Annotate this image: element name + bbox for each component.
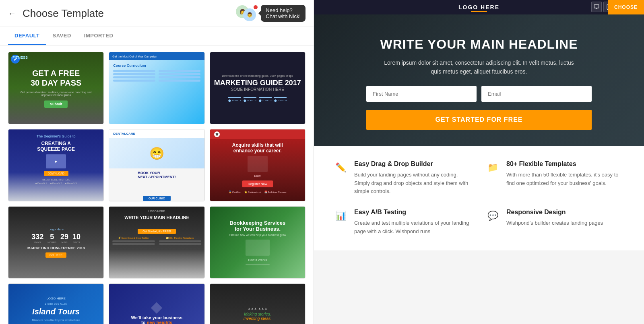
tmpl2-line xyxy=(159,70,200,72)
hero-cta-button[interactable]: GET STARTED FOR FREE xyxy=(366,110,592,130)
responsive-title: Responsive Design xyxy=(506,209,603,216)
preview-features: ✏️ Easy Drag & Drop Builder Build your l… xyxy=(314,146,644,250)
tmpl7-lbl4: SECS xyxy=(72,241,80,244)
tmpl7-lbl2: HOURS xyxy=(47,241,56,244)
tmpl7-cnt3: 29 MINS xyxy=(60,233,68,244)
hero-first-name-input[interactable] xyxy=(366,86,477,102)
svg-rect-0 xyxy=(594,5,599,8)
template-card-9[interactable]: Bookkeeping Servicesfor Your Business. F… xyxy=(210,206,305,279)
tmpl2-line xyxy=(113,70,155,72)
tmpl10-logo: LOGO HERE xyxy=(46,297,66,300)
template-card-4[interactable]: The Beginner's Guide to CREATING ASQUEEZ… xyxy=(8,129,104,201)
tmpl2-bar: Get the Most Out of Your Campaign xyxy=(109,52,204,60)
tmpl12-inventing: Inventing ideas. xyxy=(244,316,272,321)
template-card-6[interactable]: 🎓 Acquire skills that willenhance your c… xyxy=(210,129,305,201)
tmpl8-feat1-line1 xyxy=(112,240,155,242)
tmpl4-img: ▶ xyxy=(46,154,66,168)
responsive-content: Responsive Design Wishpond's builder cre… xyxy=(506,209,603,228)
left-panel: ← Choose Template 👩 👨 Need help? Chat wi… xyxy=(0,0,314,324)
tmpl6-badges: 🏅 Certified⭐ Professional📅 Full-time Cla… xyxy=(229,191,286,193)
drag-drop-icon: ✏️ xyxy=(333,160,348,175)
tmpl2-line xyxy=(159,73,200,75)
tmpl6-icon: 🎓 xyxy=(214,131,220,137)
template-card-7[interactable]: Logo Here 332 DAYS 5 HOURS 29 MINS xyxy=(8,206,104,279)
tmpl1-cta: Submit xyxy=(44,100,68,108)
template-card-2[interactable]: Get the Most Out of Your Campaign Course… xyxy=(109,52,204,124)
preview-header: LOGO HERE CHOOSE xyxy=(314,0,644,14)
hero-email-input[interactable] xyxy=(481,86,592,102)
tmpl9-sub: Find out how we can help your business g… xyxy=(229,234,286,236)
tmpl4-benefits: INSERT BENEFITS HERE ● Benefit 1● Benefi… xyxy=(35,178,77,185)
template-card-5[interactable]: DENTALCARE 😁 BOOK YOURNEXT APPOINTMENT! … xyxy=(109,129,204,201)
help-line2: Chat with Nick! xyxy=(266,13,301,19)
ab-testing-content: Easy A/B Testing Create and test multipl… xyxy=(354,209,473,236)
tmpl11-diamond xyxy=(151,302,162,313)
tmpl8-feat2: 📁 80+ Flexible Templates xyxy=(159,236,201,246)
tmpl2-line xyxy=(159,80,200,82)
chat-bubble: Need help? Chat with Nick! xyxy=(261,5,305,22)
choose-button[interactable]: CHOOSE xyxy=(608,0,644,14)
template-card-12[interactable]: ▲▲▲ ▲▲▲ Making stories. Inventing ideas. xyxy=(210,283,305,324)
tab-imported[interactable]: IMPORTED xyxy=(78,27,120,45)
hero-subtext: Lorem ipsum dolor sit amet, consectetur … xyxy=(378,58,580,76)
templates-content: 80+ Flexible Templates With more than 50… xyxy=(506,160,625,188)
help-line1: Need help? xyxy=(266,7,301,13)
tmpl8-feat-list: ⚡ Easy Drag & Drop Builder 📁 80+ Flexibl… xyxy=(112,236,201,246)
tmpl5-img: 😁 xyxy=(109,138,204,168)
view-desktop-toggle[interactable] xyxy=(591,2,602,12)
tmpl5-book: BOOK YOURNEXT APPOINTMENT! xyxy=(138,171,176,179)
tmpl8-logo: LOGO HERE xyxy=(149,210,165,213)
tmpl3-guide-pre: Download the online marketing guide. 300… xyxy=(222,74,293,77)
back-button[interactable]: ← xyxy=(8,9,16,18)
tmpl2-line xyxy=(113,80,155,82)
tmpl2-bar-text: Get the Most Out of Your Campaign xyxy=(112,55,157,58)
templates-desc: With more than 50 flexible templates, it… xyxy=(506,171,625,188)
tmpl10-title: Island Tours xyxy=(32,307,80,316)
tmpl9-divider xyxy=(246,264,270,265)
tmpl4-btn: DOWNLOAD xyxy=(44,171,68,176)
tab-default[interactable]: DEFAULT xyxy=(8,27,46,45)
tmpl9-how: How it Works xyxy=(248,258,267,262)
tmpl1-headline: GET A FREE30 DAY PASS xyxy=(31,68,81,88)
tmpl8-feat2-line2 xyxy=(159,243,201,245)
template-card-3[interactable]: Download the online marketing guide. 300… xyxy=(210,52,305,124)
tmpl8-fields xyxy=(156,222,157,227)
drag-drop-desc: Build your landing pages without any cod… xyxy=(354,171,473,196)
tmpl7-num3: 29 xyxy=(60,233,68,241)
tmpl4-head: The Beginner's Guide to xyxy=(37,134,76,138)
tmpl12-making: Making stories. xyxy=(244,312,271,316)
tmpl7-name: MARKETING CONFERENCE 2018 xyxy=(27,246,85,250)
avatar-container: 👩 👨 xyxy=(236,5,258,21)
template-card-8[interactable]: LOGO HERE WRITE YOUR MAIN HEADLINE Get S… xyxy=(109,206,204,279)
tmpl2-col1 xyxy=(113,70,155,83)
template-card-10[interactable]: LOGO HERE 1-888-555-0187 Island Tours Di… xyxy=(8,283,104,324)
tmpl7-cnt1: 332 DAYS xyxy=(31,233,43,244)
tmpl11-highlight: new heights xyxy=(147,320,172,324)
tmpl8-feat1-title: ⚡ Easy Drag & Drop Builder xyxy=(112,236,155,239)
preview-logo: LOGO HERE xyxy=(458,4,500,10)
template-card-1[interactable]: ✓ FITNESS GET A FREE30 DAY PASS Get pers… xyxy=(8,52,104,124)
templates-icon: 📁 xyxy=(485,160,500,175)
page-title: Choose Template xyxy=(23,7,229,20)
tmpl7-num2: 5 xyxy=(47,233,56,241)
tmpl8-cta: Get Started, it's FREE! xyxy=(138,229,176,234)
tmpl8-feat1-line2 xyxy=(112,243,155,245)
tmpl1-tag: FITNESS xyxy=(12,55,28,59)
tmpl8-headline: WRITE YOUR MAIN HEADLINE xyxy=(124,215,189,220)
responsive-icon: 💬 xyxy=(485,209,500,223)
tmpl3-sub: SOME INFORMATION HERE xyxy=(231,87,284,92)
feature-templates: 📁 80+ Flexible Templates With more than … xyxy=(485,160,625,196)
tmpl6-bar: 🎓 xyxy=(210,129,305,139)
tmpl4-benefits-title: INSERT BENEFITS HERE xyxy=(35,178,77,181)
responsive-desc: Wishpond's builder creates landing pages xyxy=(506,219,603,228)
tmpl4-benefits-list: ● Benefit 1● Benefit 2● Benefit 3 xyxy=(35,182,77,185)
help-widget[interactable]: 👩 👨 Need help? Chat with Nick! xyxy=(236,5,305,22)
tmpl7-counter: 332 DAYS 5 HOURS 29 MINS 10 SECS xyxy=(31,233,80,244)
ab-testing-icon: 📊 xyxy=(333,209,348,223)
tab-saved[interactable]: SAVED xyxy=(46,27,77,45)
avatar-2: 👨 xyxy=(243,8,256,21)
header: ← Choose Template 👩 👨 Need help? Chat wi… xyxy=(0,0,314,27)
template-card-11[interactable]: We'll take your businessto new heights G… xyxy=(109,283,204,324)
tmpl7-btn: GO HERE xyxy=(45,252,66,258)
tmpl7-lbl1: DAYS xyxy=(31,241,43,244)
